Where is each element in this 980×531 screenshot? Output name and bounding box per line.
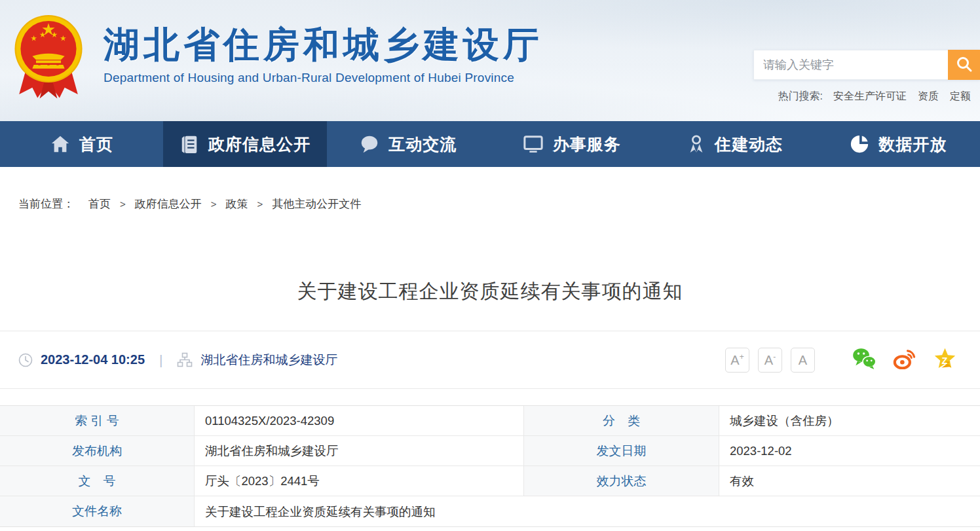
search-input[interactable] bbox=[753, 50, 948, 80]
nav-item-gov-info-disclosure[interactable]: 政府信息公开 bbox=[163, 121, 326, 167]
search-button[interactable] bbox=[948, 50, 980, 80]
article-title: 关于建设工程企业资质延续有关事项的通知 bbox=[0, 278, 980, 305]
info-label-category: 分 类 bbox=[524, 406, 719, 436]
article-meta-right: A+ A- A bbox=[717, 348, 956, 373]
search-icon bbox=[956, 56, 973, 75]
nav-label: 办事服务 bbox=[553, 134, 621, 155]
weibo-share-icon[interactable] bbox=[893, 348, 917, 372]
breadcrumb-item-gov-info[interactable]: 政府信息公开 bbox=[135, 196, 202, 211]
share-icons-group: Z bbox=[836, 348, 956, 373]
info-label-publish-date: 发文日期 bbox=[524, 436, 719, 466]
nav-label: 数据开放 bbox=[878, 134, 947, 155]
main-nav: 首页 政府信息公开 互动交流 bbox=[0, 121, 980, 167]
document-info-table: 索 引 号 01104325X/2023-42309 分 类 城乡建设（含住房）… bbox=[0, 405, 980, 527]
info-value-doc-name: 关于建设工程企业资质延续有关事项的通知 bbox=[195, 496, 980, 526]
qzone-share-icon[interactable]: Z bbox=[933, 348, 956, 373]
info-value-publish-date: 2023-12-02 bbox=[719, 436, 980, 466]
nav-item-home[interactable]: 首页 bbox=[0, 121, 163, 167]
site-title: 湖北省住房和城乡建设厅 bbox=[104, 25, 543, 65]
clock-icon bbox=[18, 353, 33, 367]
font-size-decrease-button[interactable]: A- bbox=[758, 348, 782, 373]
info-value-index-number: 01104325X/2023-42309 bbox=[195, 406, 524, 436]
meta-divider: | bbox=[159, 352, 162, 368]
info-value-doc-number: 厅头〔2023〕2441号 bbox=[195, 466, 524, 496]
info-label-validity-status: 效力状态 bbox=[524, 466, 719, 496]
nav-label: 政府信息公开 bbox=[208, 134, 311, 155]
svg-text:Z: Z bbox=[941, 355, 947, 365]
breadcrumb-label: 当前位置： bbox=[18, 196, 74, 211]
site-subtitle: Department of Housing and Urban-Rural De… bbox=[104, 71, 543, 85]
search-box bbox=[753, 50, 980, 80]
info-value-publisher: 湖北省住房和城乡建设厅 bbox=[195, 436, 524, 466]
info-value-validity-status: 有效 bbox=[719, 466, 980, 496]
home-icon bbox=[50, 134, 70, 154]
wechat-share-icon[interactable] bbox=[852, 348, 876, 372]
font-size-reset-button[interactable]: A bbox=[791, 348, 815, 373]
info-label-index-number: 索 引 号 bbox=[0, 406, 195, 436]
document-icon bbox=[179, 134, 199, 154]
pie-chart-icon bbox=[850, 134, 869, 154]
nav-label: 住建动态 bbox=[715, 134, 783, 155]
info-label-publisher: 发布机构 bbox=[0, 436, 195, 466]
info-label-doc-name: 文件名称 bbox=[0, 496, 195, 526]
hot-search-label: 热门搜索: bbox=[778, 90, 823, 103]
site-title-block[interactable]: 湖北省住房和城乡建设厅 Department of Housing and Ur… bbox=[104, 25, 543, 85]
info-value-category: 城乡建设（含住房） bbox=[719, 406, 980, 436]
national-emblem-logo[interactable] bbox=[12, 12, 85, 105]
hot-search-bar: 热门搜索: 安全生产许可证 资质 定额 bbox=[753, 90, 980, 103]
site-header: 湖北省住房和城乡建设厅 Department of Housing and Ur… bbox=[0, 0, 980, 121]
chat-bubble-icon bbox=[360, 134, 379, 154]
article-meta-left: 2023-12-04 10:25 | 湖北省住房和城乡建设厅 bbox=[18, 352, 337, 369]
breadcrumb-separator: > bbox=[120, 198, 126, 210]
breadcrumb-item-home[interactable]: 首页 bbox=[88, 196, 111, 211]
hot-search-link-quota[interactable]: 定额 bbox=[950, 90, 971, 103]
hot-search-link-safety-permit[interactable]: 安全生产许可证 bbox=[833, 90, 907, 103]
hot-search-link-qualification[interactable]: 资质 bbox=[918, 90, 939, 103]
nav-item-open-data[interactable]: 数据开放 bbox=[817, 121, 980, 167]
article-meta-bar: 2023-12-04 10:25 | 湖北省住房和城乡建设厅 A+ A- A bbox=[0, 331, 980, 389]
article-source: 湖北省住房和城乡建设厅 bbox=[200, 352, 337, 369]
publish-time: 2023-12-04 10:25 bbox=[41, 352, 145, 367]
nav-item-interaction[interactable]: 互动交流 bbox=[327, 121, 490, 167]
nav-item-services[interactable]: 办事服务 bbox=[490, 121, 653, 167]
breadcrumb-separator: > bbox=[257, 198, 263, 210]
breadcrumb-item-policy[interactable]: 政策 bbox=[226, 196, 248, 211]
sitemap-icon bbox=[177, 352, 193, 368]
breadcrumb-separator: > bbox=[211, 198, 217, 210]
monitor-icon bbox=[523, 134, 544, 154]
search-area: 热门搜索: 安全生产许可证 资质 定额 bbox=[753, 50, 980, 103]
breadcrumb-item-other-public-docs: 其他主动公开文件 bbox=[272, 196, 361, 211]
nav-item-news[interactable]: 住建动态 bbox=[653, 121, 816, 167]
award-person-icon bbox=[687, 134, 706, 154]
nav-label: 首页 bbox=[79, 134, 113, 155]
info-label-doc-number: 文 号 bbox=[0, 466, 195, 496]
breadcrumb: 当前位置： 首页 > 政府信息公开 > 政策 > 其他主动公开文件 bbox=[18, 196, 980, 211]
nav-label: 互动交流 bbox=[388, 134, 457, 155]
font-size-increase-button[interactable]: A+ bbox=[725, 348, 749, 373]
